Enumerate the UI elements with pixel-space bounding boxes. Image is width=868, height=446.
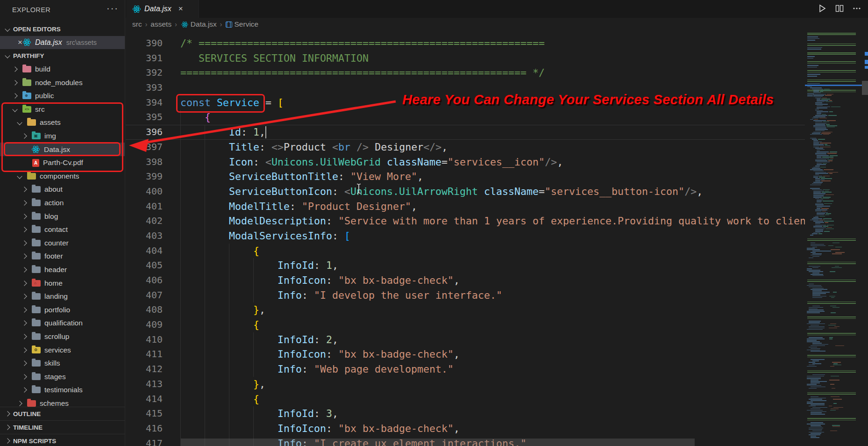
tree-item-label: skills xyxy=(44,359,60,367)
tree-item-label: blog xyxy=(44,212,58,221)
folder-icon xyxy=(32,253,41,259)
symbol-array-icon: [ ] xyxy=(226,22,232,28)
tree-item-scrollup[interactable]: scrollup xyxy=(0,330,125,344)
chevron-icon xyxy=(21,388,27,393)
tree-item-services[interactable]: ⚙services xyxy=(0,343,125,357)
tree-item-label: scrollup xyxy=(44,332,69,341)
tree-item-label: testimonials xyxy=(44,386,83,394)
code-line-414[interactable]: 414 { xyxy=(126,392,805,407)
split-editor-icon[interactable] xyxy=(835,4,844,13)
code-line-403[interactable]: 403 ModalServicesInfo: [ xyxy=(126,229,805,244)
code-line-398[interactable]: 398 Icon: <Unicons.UilWebGrid className=… xyxy=(126,155,805,170)
tree-item-action[interactable]: action xyxy=(0,196,125,210)
tree-item-label: action xyxy=(44,199,64,207)
chevron-icon xyxy=(21,281,27,286)
tab-close-icon[interactable]: × xyxy=(178,4,183,14)
tree-item-blog[interactable]: blog xyxy=(0,209,125,223)
open-editors-section-header[interactable]: OPEN EDITORS xyxy=(0,22,125,36)
code-line-416[interactable]: 416 InfoIcon: "bx bx-badge-check", xyxy=(126,421,805,436)
code-line-411[interactable]: 411 InfoIcon: "bx bx-badge-check", xyxy=(126,347,805,362)
run-icon[interactable] xyxy=(818,4,827,13)
code-line-401[interactable]: 401 ModelTitle: "Product Designer", xyxy=(126,199,805,214)
line-number: 390 xyxy=(126,36,163,51)
tree-item-node-modules[interactable]: node_modules xyxy=(0,76,125,89)
chevron-icon xyxy=(21,294,27,299)
code-line-412[interactable]: 412 Info: "Web page development." xyxy=(126,362,805,377)
tree-item-label: components xyxy=(40,172,79,180)
code-line-407[interactable]: 407 Info: "I develop the user interface.… xyxy=(126,288,805,303)
line-number: 405 xyxy=(126,258,163,273)
code-line-409[interactable]: 409 { xyxy=(126,317,805,332)
tree-item-home[interactable]: ⌂home xyxy=(0,276,125,290)
code-line-397[interactable]: 397 Title: <>Product <br /> Designer</>, xyxy=(126,140,805,155)
code-line-404[interactable]: 404 { xyxy=(126,244,805,259)
vertical-scrollbar[interactable] xyxy=(862,31,868,446)
annotation-box-src-assets xyxy=(1,102,123,172)
tree-item-contact[interactable]: contact xyxy=(0,223,125,237)
chevron-right-icon xyxy=(5,424,10,430)
code-line-408[interactable]: 408 }, xyxy=(126,302,805,317)
tree-item-testimonials[interactable]: testimonials xyxy=(0,383,125,397)
tree-item-counter[interactable]: counter xyxy=(0,237,125,250)
tree-item-portfolio[interactable]: portfolio xyxy=(0,303,125,317)
explorer-title: EXPLORER xyxy=(12,6,50,14)
code-line-415[interactable]: 415 InfoId: 3, xyxy=(126,406,805,421)
panel-header-timeline[interactable]: TIMELINE xyxy=(0,420,125,434)
tree-item-header[interactable]: header xyxy=(0,263,125,277)
panel-header-outline[interactable]: OUTLINE xyxy=(0,407,125,420)
line-number: 398 xyxy=(126,155,163,170)
open-editor-item-datajsx[interactable]: × Data.jsx src\assets xyxy=(0,36,125,50)
more-actions-icon[interactable] xyxy=(852,4,861,13)
code-line-392[interactable]: 392=====================================… xyxy=(126,65,805,80)
chevron-icon xyxy=(21,214,27,219)
line-number: 399 xyxy=(126,169,163,184)
breadcrumb-item[interactable]: src xyxy=(132,20,142,29)
line-number: 404 xyxy=(126,244,163,259)
code-line-410[interactable]: 410 InfoId: 2, xyxy=(126,332,805,347)
mouse-ibeam-cursor xyxy=(356,183,362,194)
line-number: 396 xyxy=(126,125,163,140)
breadcrumb-item[interactable]: assets xyxy=(150,20,171,29)
vertical-scrollbar-slider[interactable] xyxy=(862,81,868,95)
annotation-box-datajsx xyxy=(4,142,121,156)
code-line-400[interactable]: 400 ServiceButtonIcon: <Unicons.UilArrow… xyxy=(126,184,805,199)
code-line-399[interactable]: 399 ServiceButtonTitle: "View More", xyxy=(126,169,805,184)
tree-item-label: stages xyxy=(44,373,66,381)
code-line-406[interactable]: 406 InfoIcon: "bx bx-badge-check", xyxy=(126,273,805,288)
tree-item-footer[interactable]: footer xyxy=(0,250,125,263)
tree-item-landing[interactable]: landing xyxy=(0,290,125,303)
line-number: 395 xyxy=(126,110,163,125)
tree-item-public[interactable]: ⊕public xyxy=(0,89,125,103)
tree-item-about[interactable]: about xyxy=(0,183,125,196)
tree-item-stages[interactable]: stages xyxy=(0,370,125,383)
tree-item-build[interactable]: build xyxy=(0,63,125,76)
tree-item-schemes[interactable]: schemes xyxy=(0,397,125,407)
breadcrumb-separator: › xyxy=(220,21,222,28)
explorer-header: EXPLORER ··· xyxy=(0,0,125,22)
tree-item-qualification[interactable]: qualification xyxy=(0,317,125,330)
code-line-402[interactable]: 402 ModelDescription: "Service with more… xyxy=(126,214,805,229)
folder-icon xyxy=(32,293,41,300)
folder-icon xyxy=(32,374,41,380)
code-line-413[interactable]: 413 }, xyxy=(126,377,805,392)
breadcrumb-item[interactable]: Data.jsx xyxy=(191,20,217,29)
line-number: 393 xyxy=(126,80,163,95)
code-line-396[interactable]: 396 Id: 1, xyxy=(126,125,805,140)
tree-item-skills[interactable]: skills xyxy=(0,357,125,370)
project-name-label: PARTHIFY xyxy=(13,52,44,59)
overview-ruler-mark xyxy=(865,60,868,64)
close-icon[interactable]: × xyxy=(18,38,22,47)
chevron-icon xyxy=(17,401,22,406)
horizontal-scrollbar-slider[interactable] xyxy=(181,439,695,446)
explorer-more-actions-icon[interactable]: ··· xyxy=(107,3,119,14)
code-line-390[interactable]: 390/* ==================================… xyxy=(126,36,805,51)
minimap[interactable] xyxy=(805,31,862,446)
tab-datajsx[interactable]: Data.jsx × xyxy=(126,0,199,18)
tree-item-label: home xyxy=(44,279,63,288)
code-line-405[interactable]: 405 InfoId: 1, xyxy=(126,258,805,273)
folder-icon xyxy=(27,400,36,407)
panel-header-npm-scripts[interactable]: NPM SCRIPTS xyxy=(0,434,125,446)
code-line-391[interactable]: 391 SERVICES SECTION INFORMATION xyxy=(126,51,805,66)
breadcrumb-item[interactable]: Service xyxy=(235,20,259,29)
project-section-header[interactable]: PARTHIFY xyxy=(0,49,125,63)
